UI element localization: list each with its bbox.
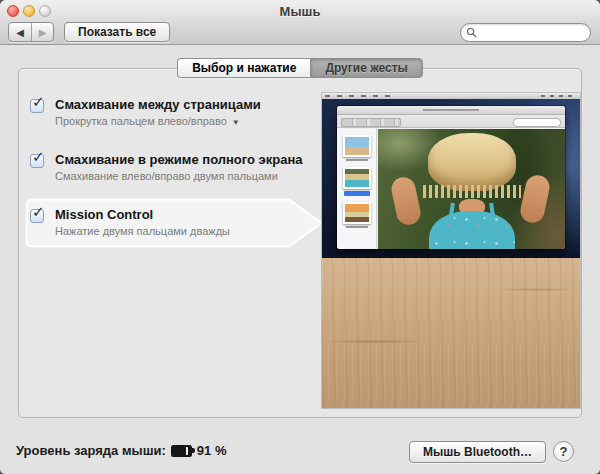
gesture-row-mission-control[interactable]: ✓ Mission Control Нажатие двумя пальцами… [30,207,230,238]
gesture-subtitle: Прокрутка пальцем влево/вправо▼ [55,114,261,130]
straw-hat-fringe [423,185,521,198]
tab-point-and-click[interactable]: Выбор и нажатие [177,58,310,78]
checkbox-fullscreen-swipe[interactable]: ✓ [30,154,44,168]
checkmark-icon: ✓ [32,203,45,221]
mini-thumbnail-caption-selected [344,191,370,196]
turquoise-dress [429,211,515,249]
nav-button-group: ◀ ▶ [8,22,54,42]
mac-screen-image [322,93,580,258]
gesture-video-preview [322,93,580,408]
checkbox-swipe-between-pages[interactable]: ✓ [30,99,44,113]
wood-grain [322,340,452,343]
search-input[interactable] [477,27,577,39]
checkmark-icon: ✓ [32,148,45,166]
mini-menu-bar [322,93,580,99]
battery-status: Уровень заряда мыши: 91 % [16,443,226,458]
mini-thumbnail [343,202,371,224]
battery-icon [171,445,192,457]
mouse-preferences-window: Мышь ◀ ▶ Показать все Выбор и нажатие Др… [0,0,600,474]
wooden-desk-image [322,258,580,408]
gesture-row-fullscreen-swipe: ✓ Смахивание в режиме полного экрана Сма… [30,152,303,183]
gesture-row-swipe-between-pages: ✓ Смахивание между страницами Прокрутка … [30,97,261,130]
gesture-title: Смахивание между страницами [55,97,261,112]
forward-button[interactable]: ▶ [31,23,53,41]
search-field[interactable] [460,23,591,42]
checkbox-mission-control[interactable]: ✓ [30,209,44,223]
mini-thumbnail-sidebar [337,129,377,249]
mini-thumbnail-caption [346,159,368,161]
mini-thumbnail [343,135,371,157]
mini-thumbnail-caption [346,226,368,228]
bluetooth-mouse-button[interactable]: Мышь Bluetooth… [409,441,546,463]
wood-grain [470,288,580,291]
mini-window-toolbar [337,115,565,128]
mini-photo-window [337,106,565,249]
gesture-subtitle: Нажатие двумя пальцами дважды [55,224,230,238]
straw-hat [428,133,516,191]
dropdown-arrow-icon[interactable]: ▼ [232,118,240,127]
search-icon [466,27,477,38]
tab-bar: Выбор и нажатие Другие жесты [0,58,600,78]
girl-right-hand [518,173,551,225]
gesture-title: Mission Control [55,207,230,222]
mini-thumbnail-selected [343,167,371,189]
help-button[interactable]: ? [553,441,574,462]
gesture-title: Смахивание в режиме полного экрана [55,152,303,167]
battery-value: 91 % [197,443,227,458]
checkmark-icon: ✓ [32,93,45,111]
title-toolbar: Мышь ◀ ▶ Показать все [0,0,600,45]
window-title: Мышь [0,4,600,19]
girl-left-hand [389,175,422,227]
show-all-button[interactable]: Показать все [64,22,170,42]
battery-label: Уровень заряда мыши: [16,443,166,458]
gesture-subtitle: Смахивание влево/вправо двумя пальцами [55,169,303,183]
tab-more-gestures[interactable]: Другие жесты [310,58,422,78]
mini-window-titlebar [337,106,565,115]
back-button[interactable]: ◀ [9,23,31,41]
photo-girl-straw-hat [378,129,565,249]
